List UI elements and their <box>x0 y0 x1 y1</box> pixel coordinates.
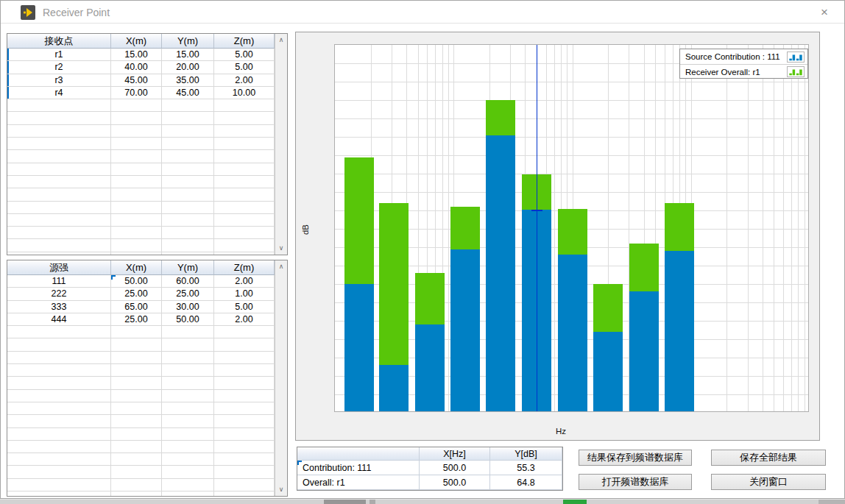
table-cell[interactable] <box>7 338 111 351</box>
table-cell[interactable] <box>214 390 275 402</box>
table-cell[interactable] <box>7 112 111 124</box>
source-table[interactable]: 源强X(m)Y(m)Z(m)11150.0060.002.0022225.002… <box>7 260 275 496</box>
open-spectrum-db-button[interactable]: 打开频谱数据库 <box>579 474 692 490</box>
table-cell[interactable] <box>111 491 162 496</box>
scroll-down-icon[interactable]: ∨ <box>275 483 287 496</box>
table-cell[interactable] <box>214 402 275 415</box>
table-cell[interactable] <box>111 227 162 239</box>
table-row[interactable]: r345.0035.002.00 <box>7 74 275 87</box>
receiver-table[interactable]: 接收点X(m)Y(m)Z(m)r115.0015.005.00r240.0020… <box>7 34 275 255</box>
table-cell[interactable] <box>7 214 111 227</box>
save-all-results-button[interactable]: 保存全部结果 <box>711 450 826 466</box>
table-cell[interactable] <box>162 491 214 496</box>
chart-cursor-crosshair[interactable] <box>531 210 542 211</box>
table-cell[interactable] <box>162 377 214 389</box>
table-row[interactable]: 33365.0030.005.00 <box>7 301 275 313</box>
table-cell[interactable] <box>162 150 214 163</box>
table-row[interactable] <box>7 428 275 441</box>
chart-cursor-line[interactable] <box>537 45 537 411</box>
table-cell[interactable] <box>214 239 275 252</box>
table-cell[interactable]: 25.00 <box>111 288 162 300</box>
table-cell[interactable]: 222 <box>7 288 111 300</box>
table-cell[interactable]: 25.00 <box>111 313 162 326</box>
table-cell[interactable]: 2.00 <box>214 275 275 288</box>
table-cell[interactable] <box>214 150 275 163</box>
table-cell[interactable]: 30.00 <box>162 301 214 313</box>
table-cell[interactable] <box>214 377 275 389</box>
table-cell[interactable] <box>214 441 275 453</box>
table-cell[interactable] <box>162 202 214 214</box>
table-cell[interactable] <box>111 214 162 227</box>
table-row[interactable] <box>7 415 275 427</box>
table-row[interactable] <box>7 112 275 124</box>
table-row[interactable]: r115.0015.005.00 <box>7 49 275 61</box>
table-row[interactable]: 11150.0060.002.00 <box>7 275 275 288</box>
table-cell[interactable] <box>111 163 162 176</box>
table-cell[interactable] <box>162 441 214 453</box>
table-cell[interactable] <box>162 252 214 255</box>
table-cell[interactable] <box>7 125 111 138</box>
table-row[interactable] <box>7 188 275 201</box>
table-row[interactable] <box>7 466 275 478</box>
table-cell[interactable] <box>214 428 275 441</box>
table-cell[interactable]: 60.00 <box>162 275 214 288</box>
table-row[interactable] <box>7 479 275 491</box>
table-cell[interactable]: 2.00 <box>214 313 275 326</box>
table-cell[interactable]: 50.00 <box>162 313 214 326</box>
table-cell[interactable] <box>7 491 111 496</box>
table-cell[interactable]: r2 <box>7 61 111 74</box>
table-cell[interactable] <box>111 441 162 453</box>
table-cell[interactable]: 70.00 <box>111 87 162 99</box>
table-row[interactable] <box>7 99 275 112</box>
table-cell[interactable] <box>162 466 214 478</box>
table-row[interactable]: r470.0045.0010.00 <box>7 87 275 99</box>
table-row[interactable] <box>7 453 275 466</box>
table-cell[interactable]: 65.00 <box>111 301 162 313</box>
table-cell[interactable] <box>111 112 162 124</box>
table-cell[interactable] <box>214 112 275 124</box>
table-cell[interactable] <box>162 138 214 150</box>
table-cell[interactable]: 333 <box>7 301 111 313</box>
table-row[interactable] <box>7 326 275 338</box>
table-cell[interactable] <box>162 479 214 491</box>
table-row[interactable] <box>7 441 275 453</box>
table-row[interactable] <box>7 239 275 252</box>
table-row[interactable] <box>7 138 275 150</box>
table-row[interactable] <box>7 214 275 227</box>
table-cell[interactable]: r3 <box>7 74 111 87</box>
table-cell[interactable] <box>162 188 214 201</box>
table-cell[interactable] <box>111 466 162 478</box>
table-cell[interactable]: 5.00 <box>214 49 275 61</box>
table-cell[interactable] <box>214 453 275 466</box>
table-cell[interactable] <box>162 326 214 338</box>
table-cell[interactable] <box>214 163 275 176</box>
table-cell[interactable] <box>214 252 275 255</box>
table-cell[interactable] <box>111 176 162 188</box>
table-cell[interactable]: r1 <box>7 49 111 61</box>
table-cell[interactable] <box>214 466 275 478</box>
table-cell[interactable] <box>111 125 162 138</box>
table-row[interactable] <box>7 252 275 255</box>
table-cell[interactable] <box>214 352 275 364</box>
table-row[interactable]: r240.0020.005.00 <box>7 61 275 74</box>
table-cell[interactable] <box>7 453 111 466</box>
source-table-scrollbar[interactable]: ∧ ∨ <box>275 260 287 496</box>
table-cell[interactable] <box>7 364 111 377</box>
table-cell[interactable] <box>162 227 214 239</box>
table-cell[interactable] <box>214 188 275 201</box>
table-row[interactable] <box>7 352 275 364</box>
scroll-up-icon[interactable]: ∧ <box>275 34 287 46</box>
table-cell[interactable] <box>7 390 111 402</box>
close-icon[interactable]: × <box>816 4 832 21</box>
table-cell[interactable] <box>162 390 214 402</box>
table-cell[interactable] <box>111 479 162 491</box>
table-row[interactable] <box>7 150 275 163</box>
table-cell[interactable] <box>162 125 214 138</box>
table-cell[interactable] <box>162 163 214 176</box>
table-cell[interactable] <box>7 227 111 239</box>
table-cell[interactable]: 35.00 <box>162 74 214 87</box>
table-cell[interactable] <box>7 202 111 214</box>
table-cell[interactable] <box>162 112 214 124</box>
table-cell[interactable] <box>7 479 111 491</box>
table-cell[interactable]: 45.00 <box>111 74 162 87</box>
